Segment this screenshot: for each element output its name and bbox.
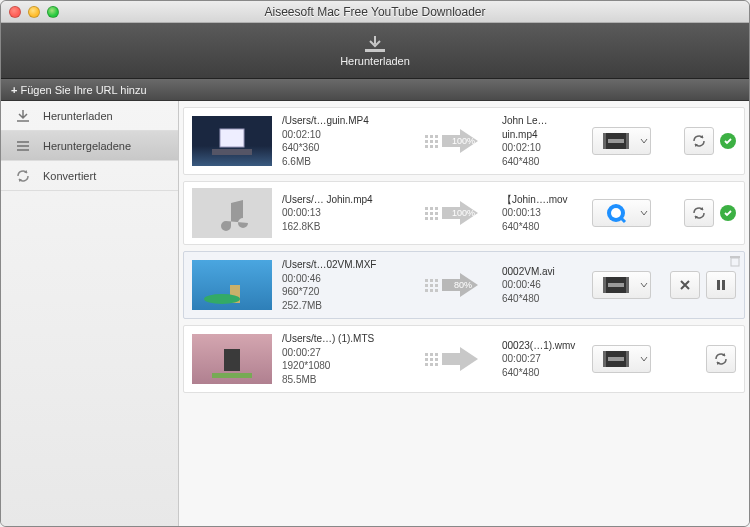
svg-rect-4 [220, 129, 244, 147]
delete-button[interactable] [730, 255, 740, 269]
format-button[interactable] [592, 271, 640, 299]
trash-icon [730, 255, 740, 267]
cancel-button[interactable] [670, 271, 700, 299]
convert-button[interactable] [684, 199, 714, 227]
refresh-icon [713, 351, 729, 367]
convert-button[interactable] [684, 127, 714, 155]
svg-rect-3 [17, 149, 29, 151]
svg-rect-0 [365, 49, 385, 52]
film-icon [602, 350, 630, 368]
destination-info: John Le…uin.mp4 00:02:10 640*480 [502, 114, 582, 168]
progress-indicator: 100% [412, 128, 492, 154]
svg-rect-28 [603, 351, 606, 367]
refresh-icon [691, 205, 707, 221]
arrow-right-icon: 100% [440, 200, 480, 226]
progress-indicator [412, 346, 492, 372]
chevron-down-icon [640, 210, 648, 216]
svg-point-13 [611, 208, 621, 218]
sidebar-item-label: Herunterladen [43, 110, 113, 122]
progress-indicator: 100% [412, 200, 492, 226]
source-info: /Users/… Johin.mp4 00:00:13 162.8KB [282, 193, 402, 234]
svg-rect-26 [212, 373, 252, 378]
download-icon [364, 35, 386, 53]
pause-button[interactable] [706, 271, 736, 299]
chevron-down-icon [640, 138, 648, 144]
svg-rect-21 [626, 277, 629, 293]
arrow-right-icon: 80% [440, 272, 480, 298]
source-info: /Users/t…02VM.MXF 00:00:46 960*720 252.7… [282, 258, 402, 312]
sidebar-item-downloaded[interactable]: Heruntergeladene [1, 131, 178, 161]
list-item[interactable]: /Users/… Johin.mp4 00:00:13 162.8KB 100%… [183, 181, 745, 245]
destination-info: 【Johin….mov 00:00:13 640*480 [502, 193, 582, 234]
format-dropdown[interactable] [637, 271, 651, 299]
sidebar-item-downloading[interactable]: Herunterladen [1, 101, 178, 131]
list-item[interactable]: /Users/te…) (1).MTS 00:00:27 1920*1080 8… [183, 325, 745, 393]
convert-button[interactable] [706, 345, 736, 373]
add-url-label: Fügen Sie Ihre URL hinzu [20, 84, 146, 96]
refresh-icon [15, 168, 31, 184]
svg-rect-1 [17, 141, 29, 143]
svg-rect-29 [626, 351, 629, 367]
format-button[interactable] [592, 345, 640, 373]
svg-rect-5 [212, 149, 252, 155]
svg-rect-8 [603, 133, 606, 149]
svg-rect-9 [626, 133, 629, 149]
sidebar-item-label: Konvertiert [43, 170, 96, 182]
svg-rect-15 [730, 256, 740, 258]
sidebar: Herunterladen Heruntergeladene Konvertie… [1, 101, 179, 527]
format-button[interactable] [592, 199, 640, 227]
svg-point-17 [204, 294, 240, 304]
url-bar: + Fügen Sie Ihre URL hinzu [1, 79, 749, 101]
svg-rect-22 [608, 283, 624, 287]
refresh-icon [691, 133, 707, 149]
format-dropdown[interactable] [637, 199, 651, 227]
svg-rect-2 [17, 145, 29, 147]
svg-rect-30 [608, 357, 624, 361]
thumbnail [192, 334, 272, 384]
svg-rect-10 [608, 139, 624, 143]
source-info: /Users/t…guin.MP4 00:02:10 640*360 6.6MB [282, 114, 402, 168]
chevron-down-icon [640, 356, 648, 362]
list-item[interactable]: /Users/t…guin.MP4 00:02:10 640*360 6.6MB… [183, 107, 745, 175]
download-icon [15, 108, 31, 124]
thumbnail [192, 116, 272, 166]
titlebar: Aiseesoft Mac Free YouTube Downloader [1, 1, 749, 23]
svg-rect-20 [603, 277, 606, 293]
list-icon [15, 138, 31, 154]
sidebar-item-converted[interactable]: Konvertiert [1, 161, 178, 191]
film-icon [602, 132, 630, 150]
quicktime-icon [605, 202, 627, 224]
window-title: Aiseesoft Mac Free YouTube Downloader [1, 5, 749, 19]
download-list: /Users/t…guin.MP4 00:02:10 640*360 6.6MB… [179, 101, 749, 527]
format-dropdown[interactable] [637, 345, 651, 373]
source-info: /Users/te…) (1).MTS 00:00:27 1920*1080 8… [282, 332, 402, 386]
download-button[interactable]: Herunterladen [325, 35, 425, 67]
svg-text:80%: 80% [454, 280, 472, 290]
sidebar-item-label: Heruntergeladene [43, 140, 131, 152]
destination-info: 0002VM.avi 00:00:46 640*480 [502, 265, 582, 306]
svg-text:100%: 100% [452, 136, 475, 146]
music-note-icon [212, 193, 252, 233]
pause-icon [716, 279, 726, 291]
status-done-icon [720, 133, 736, 149]
plus-icon: + [11, 84, 17, 96]
arrow-right-icon [440, 346, 480, 372]
progress-indicator: 80% [412, 272, 492, 298]
add-url-button[interactable]: + Fügen Sie Ihre URL hinzu [5, 83, 153, 97]
list-item[interactable]: /Users/t…02VM.MXF 00:00:46 960*720 252.7… [183, 251, 745, 319]
thumbnail [192, 260, 272, 310]
svg-rect-24 [722, 280, 725, 290]
close-icon [679, 279, 691, 291]
svg-rect-23 [717, 280, 720, 290]
download-label: Herunterladen [340, 55, 410, 67]
svg-text:100%: 100% [452, 208, 475, 218]
thumbnail [192, 188, 272, 238]
chevron-down-icon [640, 282, 648, 288]
toolbar: Herunterladen [1, 23, 749, 79]
format-button[interactable] [592, 127, 640, 155]
film-icon [602, 276, 630, 294]
svg-rect-25 [224, 349, 240, 371]
arrow-right-icon: 100% [440, 128, 480, 154]
status-done-icon [720, 205, 736, 221]
format-dropdown[interactable] [637, 127, 651, 155]
